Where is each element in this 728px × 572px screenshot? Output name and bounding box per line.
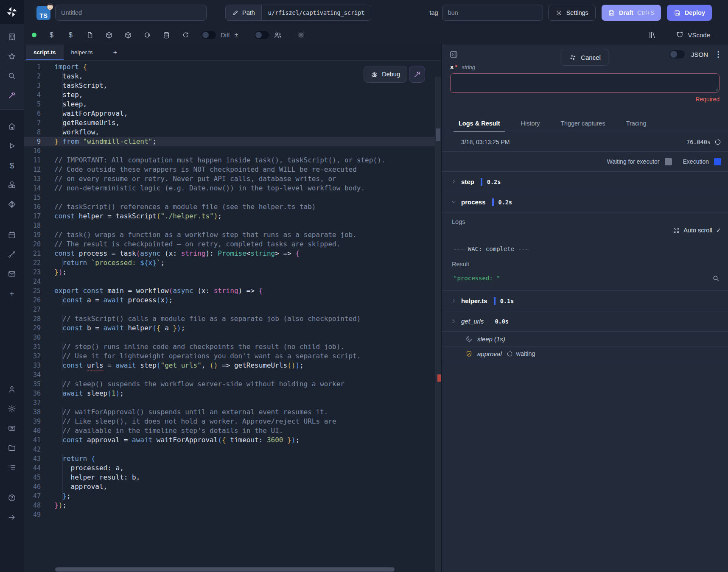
sidebar-item-resources-boxes[interactable] (4, 180, 20, 190)
sidebar-item-workers-card[interactable] (4, 424, 20, 433)
sidebar-item-runs-play[interactable] (4, 141, 20, 151)
tab-script.ts[interactable]: script.ts (26, 45, 64, 60)
code-line-32[interactable]: 32 // Use it for lightweight operations … (24, 352, 441, 361)
json-toggle[interactable] (669, 50, 685, 59)
code-line-28[interactable]: 28 // taskScript() calls a module file a… (24, 314, 441, 324)
run-panel-tab-trigger-captures[interactable]: Trigger captures (560, 115, 606, 132)
editor-settings-gear-icon[interactable] (297, 31, 305, 39)
tag-input[interactable] (442, 5, 543, 21)
code-line-4[interactable]: 4 step, (24, 90, 441, 100)
code-line-24[interactable]: 24 (24, 277, 441, 286)
sidebar-item-apps-grid[interactable] (4, 463, 20, 472)
code-line-29[interactable]: 29 const b = await helper({ a }); (24, 324, 441, 333)
code-line-49[interactable]: 49 (24, 510, 441, 519)
timeline-step-helper.ts[interactable]: helper.ts0.1s (442, 291, 728, 311)
editor-horizontal-scrollbar[interactable] (55, 567, 395, 572)
sidebar-item-user[interactable] (4, 385, 20, 394)
sidebar-item-create-plus[interactable]: + (4, 289, 20, 298)
run-panel-tab-logs-result[interactable]: Logs & Result (458, 115, 501, 132)
code-line-16[interactable]: 16// taskScript() references a module fi… (24, 202, 441, 212)
debug-button[interactable]: Debug (364, 66, 407, 83)
panel-collapse-icon[interactable] (449, 50, 458, 59)
script-name-input[interactable] (55, 5, 207, 21)
code-line-47[interactable]: 47 }; (24, 491, 441, 501)
code-line-44[interactable]: 44 processed: a, (24, 463, 441, 473)
run-panel-tab-tracing[interactable]: Tracing (625, 115, 647, 132)
code-line-7[interactable]: 7 getResumeUrls, (24, 118, 441, 128)
deploy-button[interactable]: Deploy (667, 5, 712, 21)
code-line-8[interactable]: 8 workflow, (24, 128, 441, 137)
diff-plusminus-icon[interactable]: ± (235, 31, 238, 39)
code-line-48[interactable]: 48}); (24, 501, 441, 510)
dollar-icon[interactable]: $ (42, 31, 61, 39)
code-line-10[interactable]: 10 (24, 146, 441, 156)
code-line-20[interactable]: 20// The result is checkpointed — on ret… (24, 240, 441, 249)
vscode-button[interactable]: VScode (676, 31, 710, 39)
code-line-38[interactable]: 38 // waitForApproval() suspends until a… (24, 407, 441, 417)
sidebar-item-workspace-building[interactable] (4, 32, 20, 42)
code-line-15[interactable]: 15 (24, 193, 441, 202)
sidebar-item-triggers-mail[interactable] (4, 269, 20, 279)
sidebar-item-help[interactable] (4, 493, 20, 502)
code-line-41[interactable]: 41 const approval = await waitForApprova… (24, 435, 441, 445)
code-line-27[interactable]: 27 (24, 305, 441, 314)
settings-button[interactable]: Settings (548, 5, 596, 21)
package-icon[interactable] (99, 31, 118, 39)
code-line-6[interactable]: 6 waitForApproval, (24, 109, 441, 118)
code-area[interactable]: 1import {2 task,3 taskScript,4 step,5 sl… (24, 61, 441, 572)
code-line-21[interactable]: 21const process = task(async (x: string)… (24, 249, 441, 258)
code-line-17[interactable]: 17const helper = taskScript("./helper.ts… (24, 212, 441, 221)
refresh-icon[interactable] (176, 31, 195, 39)
ai-wand-button[interactable] (409, 66, 425, 83)
run-summary-row[interactable]: 3/18, 03:13:25 PM 76.040s (442, 132, 728, 152)
database-icon[interactable] (157, 31, 176, 39)
code-line-22[interactable]: 22 return `processed: ${x}`; (24, 258, 441, 268)
file-icon[interactable] (80, 31, 99, 39)
cancel-button[interactable]: Cancel (560, 49, 609, 66)
expand-icon[interactable] (673, 227, 680, 234)
code-line-43[interactable]: 43 return { (24, 454, 441, 463)
sidebar-item-flows-route[interactable] (4, 250, 20, 259)
code-line-35[interactable]: 35 // sleep() suspends the workflow serv… (24, 379, 441, 389)
circle-notch-icon[interactable] (137, 31, 157, 39)
timeline-substep-approval[interactable]: approvalwaiting (442, 346, 728, 361)
code-line-13[interactable]: 13// on every resume or retry. Never put… (24, 174, 441, 184)
code-line-34[interactable]: 34 (24, 370, 441, 379)
code-line-5[interactable]: 5 sleep, (24, 100, 441, 109)
code-line-9[interactable]: 9} from "windmill-client"; (24, 137, 441, 146)
sidebar-item-folders[interactable] (4, 443, 20, 452)
sidebar-item-home[interactable] (4, 122, 20, 131)
timeline-substep-sleeps[interactable]: sleep (1s) (442, 332, 728, 346)
windmill-logo[interactable] (0, 0, 24, 24)
code-line-12[interactable]: 12// Code outside these wrappers is NOT … (24, 165, 441, 174)
code-line-25[interactable]: 25export const main = workflow(async (x:… (24, 286, 441, 296)
editor-vertical-scrollbar[interactable] (435, 77, 441, 572)
tab-helper.ts[interactable]: helper.ts (64, 45, 101, 60)
run-panel-tab-history[interactable]: History (520, 115, 540, 132)
code-line-42[interactable]: 42 (24, 445, 441, 454)
code-line-19[interactable]: 19// task() wraps a function as a workfl… (24, 230, 441, 240)
code-line-11[interactable]: 11// IMPORTANT: All computation must hap… (24, 156, 441, 165)
code-line-36[interactable]: 36 await sleep(1); (24, 389, 441, 398)
draft-button[interactable]: Draft Ctrl+S (602, 5, 661, 21)
path-edit-button[interactable]: Path (226, 5, 261, 20)
autoscroll-control[interactable]: Auto scroll ✓ (442, 227, 728, 234)
package-alt-icon[interactable] (118, 31, 137, 39)
sidebar-item-schedules-calendar[interactable] (4, 230, 20, 240)
code-line-26[interactable]: 26 const a = await process(x); (24, 296, 441, 305)
code-line-46[interactable]: 46 approval, (24, 482, 441, 491)
code-line-33[interactable]: 33 const urls = await step("get_urls", (… (24, 361, 441, 370)
timeline-step-process[interactable]: process0.2s (442, 192, 728, 212)
diff-toggle[interactable] (202, 31, 216, 39)
timeline-step-get_urls[interactable]: get_urls0.0s (442, 311, 728, 332)
collab-toggle[interactable] (255, 31, 269, 39)
sidebar-item-collapse-sidebar-arrow[interactable] (4, 513, 20, 522)
sidebar-item-assets-diamond[interactable] (4, 200, 20, 209)
x-input-textarea[interactable] (450, 73, 720, 93)
people-icon[interactable] (274, 31, 282, 39)
kebab-menu-icon[interactable]: ⋮ (714, 50, 720, 59)
add-tab-button[interactable]: + (106, 45, 124, 60)
result-search-icon[interactable] (709, 272, 722, 285)
path-group[interactable]: Path u/rfiszel/captivating_script (225, 5, 371, 21)
dollar-alt-icon[interactable]: $ (61, 31, 80, 39)
